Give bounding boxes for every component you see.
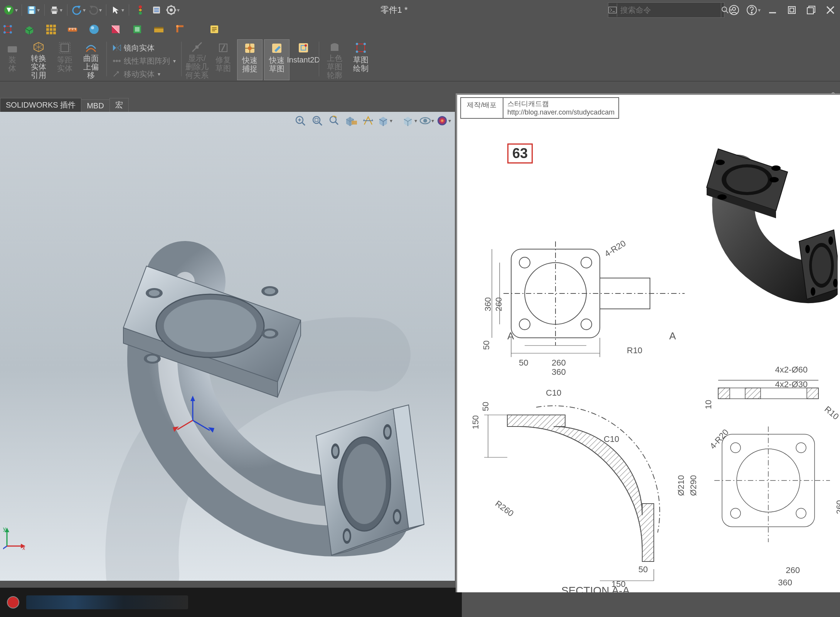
user-account-button[interactable]: [724, 0, 744, 20]
svg-rect-2: [29, 7, 34, 9]
rebuild-button[interactable]: [133, 3, 148, 17]
ribbon-convert-entities-button[interactable]: 转换实体引用: [26, 39, 51, 79]
svg-rect-80: [195, 46, 199, 49]
minimize-button[interactable]: [763, 0, 782, 20]
select-button[interactable]: ▾: [110, 3, 125, 17]
svg-point-139: [717, 194, 727, 200]
svg-point-175: [737, 449, 800, 512]
svg-point-60: [89, 25, 99, 34]
command-search-prefix-icon: [608, 3, 617, 17]
app-menu-button[interactable]: ▾: [3, 3, 18, 17]
svg-point-120: [333, 446, 338, 456]
svg-point-78: [118, 60, 121, 62]
ribbon-surface-offset-button[interactable]: 曲面上偏移: [79, 39, 103, 79]
undo-button[interactable]: ▾: [71, 3, 86, 17]
svg-rect-6: [52, 11, 57, 14]
section-view-button[interactable]: [108, 22, 123, 37]
close-button[interactable]: [821, 0, 840, 20]
material-button[interactable]: [130, 22, 145, 37]
tab-mbd[interactable]: MBD: [81, 99, 109, 112]
command-manager-tabs: SOLIDWORKS 插件 MBD 宏: [0, 99, 128, 112]
svg-point-30: [732, 7, 736, 10]
appearance-button[interactable]: [86, 22, 102, 37]
svg-point-91: [364, 43, 366, 45]
svg-rect-53: [53, 32, 56, 34]
svg-rect-73: [61, 44, 69, 52]
ribbon-linear-pattern-button: 线性草图阵列▾: [110, 55, 178, 67]
svg-point-126: [394, 512, 400, 522]
command-search-input[interactable]: [617, 6, 721, 15]
reference-drawing-panel: 제작/배포 스터디캐드캠http://blog.naver.com/studyc…: [456, 93, 840, 592]
pattern-button[interactable]: [43, 22, 59, 37]
graphics-viewport[interactable]: ▾ ▾ ▾ ▾: [0, 112, 455, 581]
ribbon-shaded-sketch-button: 上色草图轮廓: [322, 39, 347, 79]
command-search[interactable]: ▾: [608, 2, 724, 18]
ribbon-sketch-button[interactable]: 草图绘制: [348, 39, 373, 79]
svg-point-137: [715, 160, 725, 165]
svg-point-178: [731, 508, 741, 518]
tab-macro[interactable]: 宏: [109, 98, 129, 112]
svg-point-93: [364, 51, 366, 53]
svg-point-138: [769, 177, 779, 182]
ribbon-display-relations-button: 显示/删除几何关系: [185, 39, 209, 79]
svg-point-146: [833, 279, 838, 287]
ribbon-rapid-sketch-button[interactable]: 快速草图: [264, 39, 290, 80]
svg-point-16: [170, 8, 173, 12]
tab-solidworks-addins[interactable]: SOLIDWORKS 插件: [0, 98, 81, 112]
svg-point-114: [147, 356, 158, 362]
svg-point-110: [149, 290, 160, 296]
svg-line-21: [168, 7, 169, 8]
timeline-preview: [26, 595, 188, 609]
reference-iso-render: [676, 118, 838, 319]
weldment-button[interactable]: [173, 22, 188, 37]
svg-rect-170: [718, 388, 730, 399]
svg-point-136: [726, 167, 768, 192]
status-bar: [0, 588, 462, 617]
svg-rect-5: [52, 7, 57, 9]
svg-point-145: [811, 287, 815, 296]
orientation-triad[interactable]: y x: [3, 527, 26, 550]
svg-point-85: [248, 46, 252, 50]
svg-point-61: [91, 26, 94, 29]
note-button[interactable]: [207, 22, 222, 37]
ribbon-repair-sketch-button: 修复草图: [211, 39, 236, 79]
svg-point-149: [519, 257, 530, 268]
svg-rect-25: [609, 7, 616, 13]
save-button[interactable]: ▾: [26, 3, 40, 17]
ribbon-quick-snap-button[interactable]: 快速捕捉: [237, 39, 263, 80]
document-properties-button[interactable]: [149, 3, 164, 17]
svg-rect-52: [50, 32, 52, 34]
maximize-button[interactable]: [801, 0, 821, 20]
svg-line-134: [3, 546, 7, 550]
redo-button[interactable]: ▾: [88, 3, 102, 17]
options-button[interactable]: ▾: [165, 3, 180, 17]
svg-point-150: [581, 257, 592, 268]
svg-rect-64: [135, 27, 140, 32]
svg-point-108: [164, 300, 256, 352]
print-button[interactable]: ▾: [49, 3, 63, 17]
svg-rect-66: [154, 27, 163, 29]
svg-point-116: [264, 288, 275, 294]
svg-rect-45: [46, 25, 49, 27]
svg-line-22: [173, 12, 175, 13]
restore-down-button[interactable]: [782, 0, 801, 20]
measure-button[interactable]: [65, 22, 80, 37]
svg-rect-3: [29, 10, 34, 14]
svg-point-88: [305, 44, 307, 47]
svg-rect-47: [53, 25, 56, 27]
svg-point-77: [116, 60, 118, 62]
svg-rect-72: [8, 46, 17, 52]
help-button[interactable]: ▾: [744, 0, 763, 20]
svg-rect-46: [50, 25, 52, 27]
extrude-button[interactable]: [22, 22, 37, 37]
ribbon-mirror-entities-button[interactable]: 镜向实体: [110, 42, 178, 54]
svg-point-92: [356, 51, 358, 53]
svg-point-152: [581, 319, 592, 330]
flatten-button[interactable]: [151, 22, 167, 37]
reference-side-view: [699, 365, 840, 588]
ribbon-assembly-button: 装体: [0, 39, 25, 79]
sketch-button[interactable]: [0, 22, 15, 37]
svg-rect-87: [299, 43, 308, 52]
svg-text:x: x: [22, 545, 25, 550]
ribbon-instant2d-button[interactable]: Instant2D: [291, 39, 316, 79]
